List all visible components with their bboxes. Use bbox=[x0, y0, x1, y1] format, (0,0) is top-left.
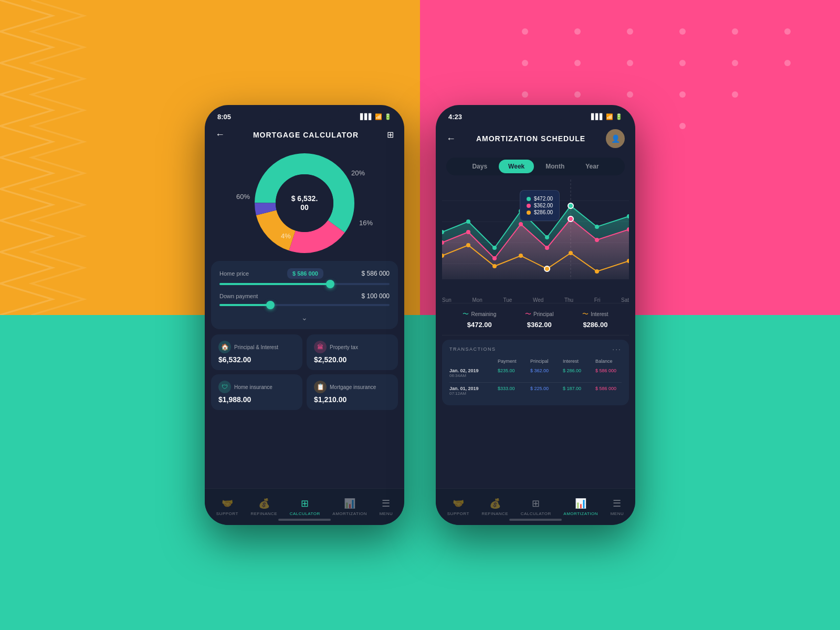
home-price-value: $ 586 000 bbox=[362, 270, 390, 277]
txn-principal-2: $ 225.00 bbox=[530, 386, 562, 396]
signal-icon-2: ▋▋▋ bbox=[591, 113, 604, 120]
home-price-slider[interactable] bbox=[219, 282, 390, 286]
svg-text:$ 6,532.: $ 6,532. bbox=[291, 194, 318, 203]
svg-point-56 bbox=[595, 269, 599, 274]
nav-refinance-2[interactable]: 💰 REFINANCE bbox=[481, 498, 508, 516]
txn-date-val-2: Jan. 01, 2019 bbox=[449, 386, 497, 391]
home-price-input-box[interactable]: $ 586 000 bbox=[287, 268, 323, 279]
nav-amortization-1[interactable]: 📊 AMORTIZATION bbox=[332, 498, 367, 516]
back-button-2[interactable]: ← bbox=[446, 133, 456, 144]
transactions-header: TRANSACTIONS ··· bbox=[449, 345, 622, 353]
slider-thumb-2[interactable] bbox=[266, 301, 275, 309]
home-insurance-card: 🛡 Home insurance $1,988.00 bbox=[211, 374, 302, 410]
principal-interest-label: Principal & Interest bbox=[234, 344, 278, 350]
svg-point-38 bbox=[545, 235, 549, 239]
tooltip-interest: $286.00 bbox=[527, 209, 553, 215]
filter-icon-1[interactable]: ⊞ bbox=[387, 130, 394, 140]
slider-thumb-1[interactable] bbox=[326, 280, 334, 288]
tooltip-dot-remaining bbox=[527, 197, 531, 201]
x-label-fri: Fri bbox=[594, 297, 601, 303]
x-label-sat: Sat bbox=[621, 297, 629, 303]
tooltip-dot-principal bbox=[527, 204, 531, 208]
slider-fill-1 bbox=[219, 283, 330, 285]
svg-point-44 bbox=[492, 256, 497, 260]
avatar-user[interactable]: 👤 bbox=[606, 129, 625, 148]
wifi-icon-2: 📶 bbox=[606, 113, 613, 120]
principal-legend-amount: $362.00 bbox=[527, 321, 552, 329]
battery-icon-2: 🔋 bbox=[615, 113, 623, 120]
nav-support-2[interactable]: 🤝 SUPPORT bbox=[447, 498, 469, 516]
tooltip-value-interest: $286.00 bbox=[534, 209, 553, 215]
page-title-2: AMORTIZATION SCHEDULE bbox=[476, 134, 585, 143]
legend-interest: 〜 Interest $286.00 bbox=[582, 310, 608, 329]
slider-track-2 bbox=[219, 304, 390, 306]
txn-divider bbox=[449, 382, 622, 383]
table-row: Jan. 01, 2019 07:12AM $333.00 $ 225.00 $… bbox=[449, 386, 622, 396]
nav-support-1[interactable]: 🤝 SUPPORT bbox=[216, 498, 238, 516]
transactions-section: TRANSACTIONS ··· Payment Principal Inter… bbox=[442, 340, 629, 405]
txn-interest-2: $ 187.00 bbox=[563, 386, 594, 396]
home-insurance-icon: 🛡 bbox=[218, 381, 231, 393]
menu-icon-1: ☰ bbox=[382, 498, 390, 509]
remaining-wave-icon: 〜 bbox=[463, 310, 469, 319]
legend-interest-row: 〜 Interest bbox=[582, 310, 608, 319]
amortization-icon-1: 📊 bbox=[344, 498, 355, 509]
down-payment-slider[interactable] bbox=[219, 303, 390, 307]
nav-refinance-1[interactable]: 💰 REFINANCE bbox=[250, 498, 277, 516]
down-payment-label: Down payment bbox=[219, 293, 258, 299]
phone-mortgage-calculator: 8:05 ▋▋▋ 📶 🔋 ← MORTGAGE CALCULATOR ⊞ bbox=[205, 105, 404, 525]
svg-point-35 bbox=[466, 219, 470, 224]
nav-amortization-2[interactable]: 📊 AMORTIZATION bbox=[563, 498, 598, 516]
txn-col-interest: Interest bbox=[563, 359, 594, 364]
property-tax-amount: $2,520.00 bbox=[314, 355, 391, 364]
interest-wave-icon: 〜 bbox=[582, 310, 589, 319]
txn-col-payment: Payment bbox=[498, 359, 529, 364]
tab-year[interactable]: Year bbox=[576, 160, 608, 173]
chart-tooltip: $472.00 $362.00 $286.00 bbox=[520, 190, 560, 221]
svg-point-46 bbox=[545, 246, 549, 250]
svg-text:00: 00 bbox=[300, 203, 309, 212]
transactions-menu-icon[interactable]: ··· bbox=[612, 345, 622, 353]
x-label-mon: Mon bbox=[472, 297, 482, 303]
menu-label-1: MENU bbox=[380, 511, 393, 516]
txn-balance-2: $ 586 000 bbox=[595, 386, 632, 396]
tab-week[interactable]: Week bbox=[499, 160, 534, 173]
tooltip-principal: $362.00 bbox=[527, 203, 553, 208]
support-icon-2: 🤝 bbox=[453, 498, 464, 509]
nav-menu-1[interactable]: ☰ MENU bbox=[380, 498, 393, 516]
expand-button[interactable]: ⌄ bbox=[219, 313, 390, 322]
slider-track-1 bbox=[219, 283, 390, 285]
status-time-2: 4:23 bbox=[448, 113, 462, 121]
down-payment-value: $ 100 000 bbox=[362, 292, 390, 300]
nav-calculator-2[interactable]: ⊞ CALCULATOR bbox=[521, 498, 551, 516]
svg-point-54 bbox=[544, 266, 550, 271]
pct-4-label: 4% bbox=[281, 232, 291, 240]
donut-chart-area: $ 6,532. 00 60% 20% 16% 4% bbox=[205, 145, 404, 261]
status-icons-1: ▋▋▋ 📶 🔋 bbox=[360, 113, 392, 120]
back-button-1[interactable]: ← bbox=[215, 129, 225, 140]
svg-point-45 bbox=[519, 222, 523, 226]
tab-month[interactable]: Month bbox=[536, 160, 574, 173]
notch-1 bbox=[270, 105, 339, 120]
interest-legend-name: Interest bbox=[591, 311, 608, 317]
refinance-icon-2: 💰 bbox=[489, 498, 501, 509]
txn-col-balance: Balance bbox=[595, 359, 632, 364]
home-price-label: Home price bbox=[219, 270, 249, 277]
wifi-icon: 📶 bbox=[375, 113, 382, 120]
txn-date-val-1: Jan. 02, 2019 bbox=[449, 368, 497, 373]
slider-fill-2 bbox=[219, 304, 270, 306]
calculator-icon-1: ⊞ bbox=[301, 498, 309, 509]
principal-wave-icon: 〜 bbox=[525, 310, 531, 319]
signal-icon: ▋▋▋ bbox=[360, 113, 373, 120]
table-row: Jan. 02, 2019 06:34AM $235.00 $ 362.00 $… bbox=[449, 368, 622, 378]
transactions-title: TRANSACTIONS bbox=[449, 346, 496, 352]
nav-menu-2[interactable]: ☰ MENU bbox=[611, 498, 624, 516]
svg-point-47 bbox=[568, 216, 573, 222]
nav-calculator-1[interactable]: ⊞ CALCULATOR bbox=[290, 498, 320, 516]
notch-2 bbox=[501, 105, 570, 120]
pct-60-label: 60% bbox=[236, 193, 250, 201]
tab-days[interactable]: Days bbox=[463, 160, 497, 173]
amortization-label-2: AMORTIZATION bbox=[563, 511, 598, 516]
page-title-1: MORTGAGE CALCULATOR bbox=[253, 131, 359, 139]
card-icon-row-4: 📋 Mortgage insurance bbox=[314, 381, 391, 393]
